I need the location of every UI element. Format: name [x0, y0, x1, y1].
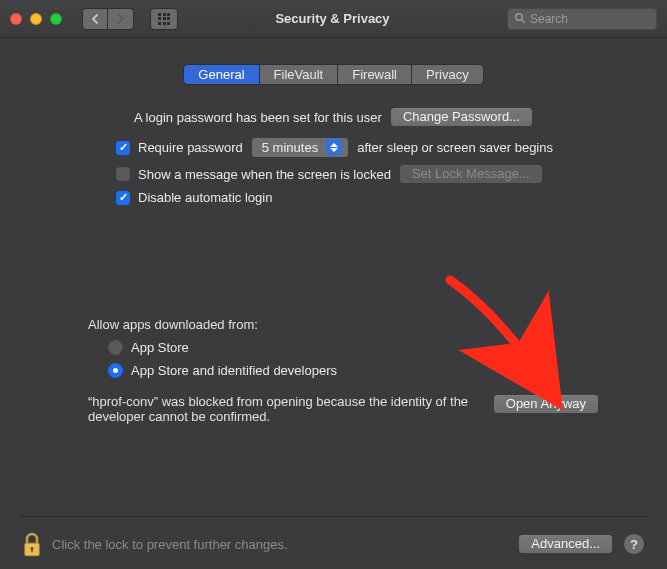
radio-identified-developers-label: App Store and identified developers [131, 363, 337, 378]
forward-button[interactable] [108, 8, 134, 30]
require-password-checkbox[interactable] [116, 141, 130, 155]
general-panel: A login password has been set for this u… [0, 107, 667, 424]
radio-app-store[interactable] [108, 340, 123, 355]
password-delay-value: 5 minutes [262, 140, 318, 155]
back-button[interactable] [82, 8, 108, 30]
tab-bar: General FileVault Firewall Privacy [0, 64, 667, 85]
set-lock-message-button: Set Lock Message... [399, 164, 543, 184]
search-field[interactable] [507, 8, 657, 30]
titlebar: Security & Privacy [0, 0, 667, 38]
show-all-button[interactable] [150, 8, 178, 30]
allow-apps-header: Allow apps downloaded from: [88, 317, 599, 332]
search-input[interactable] [530, 12, 650, 26]
after-sleep-text: after sleep or screen saver begins [357, 140, 553, 155]
disable-auto-login-checkbox[interactable] [116, 191, 130, 205]
password-delay-select[interactable]: 5 minutes [251, 137, 349, 158]
password-set-text: A login password has been set for this u… [134, 110, 382, 125]
help-button[interactable]: ? [623, 533, 645, 555]
close-icon[interactable] [10, 13, 22, 25]
zoom-icon[interactable] [50, 13, 62, 25]
footer-divider [20, 516, 647, 517]
stepper-icon [326, 139, 342, 155]
disable-auto-login-label: Disable automatic login [138, 190, 272, 205]
tab-filevault[interactable]: FileVault [260, 65, 339, 84]
footer: Click the lock to prevent further change… [0, 519, 667, 569]
grid-icon [158, 13, 170, 25]
show-message-label: Show a message when the screen is locked [138, 167, 391, 182]
search-icon [514, 12, 526, 27]
advanced-button[interactable]: Advanced... [518, 534, 613, 554]
require-password-label: Require password [138, 140, 243, 155]
window-title: Security & Privacy [188, 11, 497, 26]
tab-firewall[interactable]: Firewall [338, 65, 412, 84]
radio-app-store-label: App Store [131, 340, 189, 355]
minimize-icon[interactable] [30, 13, 42, 25]
radio-identified-developers[interactable] [108, 363, 123, 378]
show-message-checkbox[interactable] [116, 167, 130, 181]
svg-rect-5 [31, 549, 33, 552]
tab-privacy[interactable]: Privacy [412, 65, 483, 84]
blocked-app-message: “hprof-conv” was blocked from opening be… [88, 394, 473, 424]
svg-line-1 [522, 20, 525, 23]
open-anyway-button[interactable]: Open Anyway [493, 394, 599, 414]
lock-icon[interactable] [22, 532, 40, 556]
lock-text: Click the lock to prevent further change… [52, 537, 288, 552]
nav-buttons [82, 8, 134, 30]
window-controls [10, 13, 62, 25]
tab-general[interactable]: General [184, 65, 259, 84]
change-password-button[interactable]: Change Password... [390, 107, 533, 127]
